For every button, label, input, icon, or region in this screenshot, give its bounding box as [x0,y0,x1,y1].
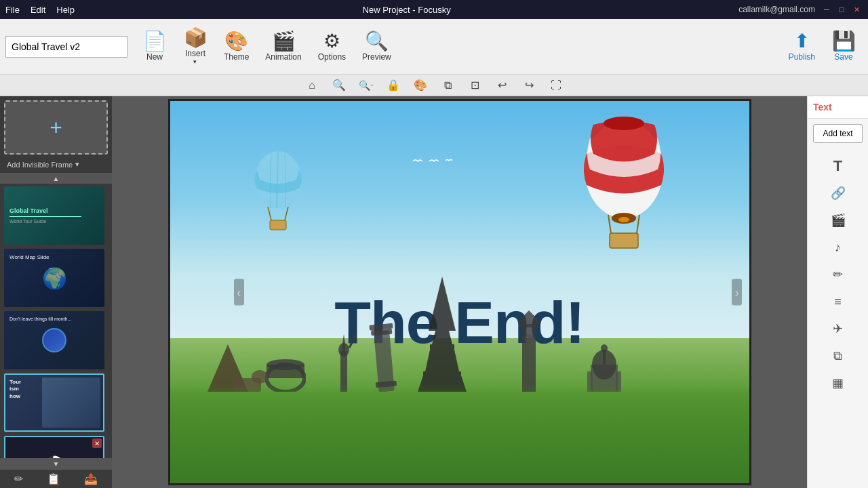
title-bar: File Edit Help New Project - Focusky cal… [0,0,868,19]
animation-icon: 🎬 [272,32,296,51]
restore-button[interactable]: □ [835,3,848,16]
plus-icon: + [50,115,62,140]
svg-point-38 [252,370,268,384]
lock-button[interactable]: 🔒 [384,76,403,95]
right-icons: T 🔗 🎬 ♪ ✏ ≡ ✈ ⧉ ▦ [808,148,868,401]
text-tool-button[interactable]: T [826,154,850,178]
chart-tool-button[interactable]: ≡ [826,289,850,314]
new-button[interactable]: 📄 New [136,24,174,70]
svg-rect-21 [342,343,345,351]
layers-button[interactable]: ⧉ [438,76,457,95]
publish-icon: ⬆ [794,32,810,51]
theme-icon: 🎨 [224,32,248,51]
birds-group [413,159,452,164]
add-frame-button[interactable]: + [4,100,108,155]
save-icon: 💾 [832,32,856,51]
home-button[interactable]: ⌂ [302,76,321,95]
copy-tool-button[interactable]: ⧉ [826,344,850,368]
svg-point-42 [601,344,608,352]
grass-overlay [170,384,749,483]
slide-close-5[interactable]: ✕ [92,439,102,448]
svg-marker-27 [519,310,539,321]
link-tool-button[interactable]: 🔗 [826,181,850,205]
svg-marker-14 [429,277,456,344]
svg-point-8 [604,117,644,130]
redo-button[interactable]: ↪ [519,76,538,95]
preview-button[interactable]: 🔍 Preview [355,24,398,70]
slides-list: Global Travel World Tour Guide ✕ 🌍 World… [0,184,112,458]
export-icon[interactable]: 📤 [84,472,98,485]
project-name-input[interactable] [5,36,127,58]
edit-slide-icon[interactable]: ✏ [14,472,23,485]
next-slide-button[interactable]: › [732,279,742,306]
copy-button[interactable]: ⊡ [465,76,484,95]
options-button[interactable]: ⚙ Options [311,24,353,70]
left-panel: + Add Invisible Frame ▾ ▲ Global Travel … [0,96,112,488]
color-button[interactable]: 🎨 [411,76,430,95]
svg-point-24 [353,333,357,339]
svg-line-4 [268,207,271,220]
slide-thumb-1[interactable]: Global Travel World Tour Guide [4,186,104,245]
preview-icon: 🔍 [365,32,389,51]
main-content: + Add Invisible Frame ▾ ▲ Global Travel … [0,96,868,488]
canvas-area: The End! [112,96,807,488]
svg-rect-28 [524,334,534,344]
svg-marker-22 [342,334,345,343]
user-email: callamilk@gmail.com [738,5,815,14]
svg-line-5 [285,207,288,220]
slide-canvas[interactable]: The End! [168,99,751,485]
main-toolbar: 📄 New 📦 Insert ▾ 🎨 Theme 🎬 Animation ⚙ O… [0,19,868,75]
prev-slide-button[interactable]: ‹ [234,279,244,306]
menu-edit[interactable]: Edit [31,5,45,15]
add-text-button[interactable]: Add text [813,124,863,143]
animation-button[interactable]: 🎬 Animation [258,24,308,70]
app-title: New Project - Focusky [75,5,738,15]
options-icon: ⚙ [323,32,340,51]
publish-button[interactable]: ⬆ Publish [782,24,822,70]
add-frame-label[interactable]: Add Invisible Frame ▾ [4,159,108,170]
dropdown-arrow-icon: ▾ [75,160,79,169]
insert-button[interactable]: 📦 Insert ▾ [176,24,214,70]
right-panel: Text Add text T 🔗 🎬 ♪ ✏ ≡ ✈ ⧉ ▦ [807,96,868,488]
notes-icon[interactable]: 📋 [47,472,60,485]
landmarks-layer [170,223,749,391]
scroll-up-button[interactable]: ▲ [0,173,112,184]
blue-balloon [251,147,305,235]
video-tool-button[interactable]: 🎬 [826,208,850,232]
bottom-panel-icons: ✏ 📋 📤 [0,469,112,488]
undo-button[interactable]: ↩ [492,76,511,95]
close-button[interactable]: ✕ [850,3,863,16]
scroll-down-button[interactable]: ▼ [0,458,112,469]
new-icon: 📄 [143,32,167,51]
brush-tool-button[interactable]: ✏ [826,262,850,287]
svg-rect-26 [519,321,539,327]
slide-thumb-3[interactable]: ✕ Don't leave things till month... [4,311,104,369]
slide-background: The End! [170,101,749,483]
svg-marker-16 [425,350,459,371]
slide-thumb-2[interactable]: ✕ 🌍 World Map Slide [4,249,104,307]
minimize-button[interactable]: ─ [821,3,833,16]
svg-line-23 [349,338,355,348]
slide-thumb-4[interactable]: ✕ Tourismhow [4,373,104,432]
sub-toolbar: ⌂ 🔍 🔍− 🔒 🎨 ⧉ ⊡ ↩ ↪ ⛶ [0,75,868,96]
user-area: callamilk@gmail.com ─ □ ✕ [738,3,863,16]
expand-button[interactable]: ⛶ [547,76,566,95]
save-button[interactable]: 💾 Save [825,24,863,70]
theme-button[interactable]: 🎨 Theme [217,24,256,70]
svg-point-13 [618,217,629,222]
menu-file[interactable]: File [5,5,20,15]
zoom-out-button[interactable]: 🔍− [357,76,376,95]
svg-rect-17 [423,371,461,375]
svg-point-35 [267,359,304,370]
zoom-in-button[interactable]: 🔍 [330,76,349,95]
svg-rect-15 [430,344,454,350]
insert-icon: 📦 [184,28,208,47]
menu-bar: File Edit Help [5,5,75,15]
slide-thumb-5[interactable]: ✕ [4,436,104,458]
layout-tool-button[interactable]: ▦ [826,371,850,395]
music-tool-button[interactable]: ♪ [826,235,850,260]
menu-help[interactable]: Help [56,5,75,15]
right-panel-header: Text [808,96,868,119]
plane-tool-button[interactable]: ✈ [826,317,850,341]
